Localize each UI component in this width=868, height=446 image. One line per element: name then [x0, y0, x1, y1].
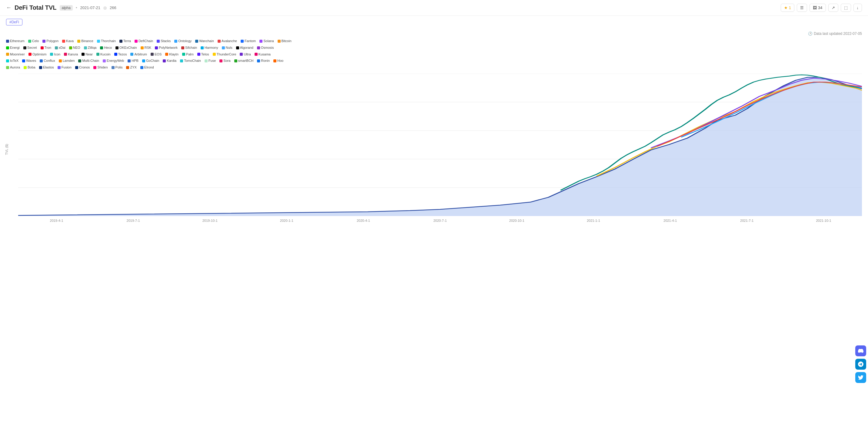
- legend-label: Kusama: [258, 52, 271, 58]
- legend-item[interactable]: Icon: [50, 52, 60, 58]
- image-icon: 🖼: [813, 5, 817, 10]
- legend-item[interactable]: Shiden: [93, 65, 107, 71]
- legend-color: [50, 53, 53, 56]
- export-button[interactable]: ↗: [828, 4, 838, 12]
- legend-item[interactable]: GoChain: [142, 58, 159, 64]
- legend-item[interactable]: Kusama: [255, 52, 271, 58]
- legend-item[interactable]: Fantom: [241, 38, 256, 44]
- legend-item[interactable]: Fuse: [205, 58, 216, 64]
- legend-label: Shiden: [97, 65, 107, 71]
- legend-item[interactable]: Stacks: [157, 38, 170, 44]
- legend-item[interactable]: Kardia: [163, 58, 176, 64]
- legend-item[interactable]: ThunderCore: [213, 52, 237, 58]
- legend-item[interactable]: Bitcoin: [278, 38, 291, 44]
- back-button[interactable]: ←: [6, 4, 11, 11]
- legend-item[interactable]: HPB: [128, 58, 138, 64]
- legend-item[interactable]: Moonriver: [6, 52, 25, 58]
- image-count: 34: [818, 5, 822, 10]
- legend-item[interactable]: OKExChain: [116, 45, 137, 51]
- legend-item[interactable]: Avalanche: [218, 38, 237, 44]
- legend-color: [39, 66, 42, 69]
- legend-item[interactable]: ZYX: [126, 65, 136, 71]
- legend-item[interactable]: Nuls: [222, 45, 232, 51]
- x-axis-label: 2019-7-1: [95, 219, 172, 222]
- legend-color: [141, 46, 144, 50]
- legend-item[interactable]: Hoo: [273, 58, 283, 64]
- legend-item[interactable]: Polygon: [42, 38, 59, 44]
- legend-color: [114, 53, 117, 56]
- legend-item[interactable]: Tron: [41, 45, 51, 51]
- download-button[interactable]: ↓: [854, 4, 862, 12]
- legend-item[interactable]: RSK: [141, 45, 152, 51]
- legend-item[interactable]: Zilliqa: [84, 45, 97, 51]
- chart-area: 0B 50B 100B 150B 200B: [18, 74, 862, 216]
- legend-item[interactable]: Palm: [182, 52, 194, 58]
- legend-item[interactable]: Sora: [219, 58, 230, 64]
- legend-item[interactable]: xDai: [55, 45, 65, 51]
- legend-item[interactable]: Boba: [24, 65, 35, 71]
- legend-item[interactable]: Optimism: [29, 52, 46, 58]
- legend-row: EthereumCeloPolygonKavaBinanceThorchainT…: [6, 38, 862, 44]
- defi-tag[interactable]: #DeFi: [6, 19, 23, 26]
- legend-item[interactable]: Ronin: [257, 58, 270, 64]
- table-button[interactable]: ☰: [797, 4, 807, 12]
- legend-color: [195, 40, 198, 43]
- legend-item[interactable]: Lamden: [59, 58, 75, 64]
- legend-item[interactable]: Energi: [6, 45, 20, 51]
- x-axis-label: 2021-1-1: [555, 219, 632, 222]
- legend-item[interactable]: Heco: [100, 45, 112, 51]
- legend-item[interactable]: Waves: [22, 58, 36, 64]
- legend-item[interactable]: PolyNetwork: [155, 45, 178, 51]
- legend-item[interactable]: Sifchain: [181, 45, 197, 51]
- legend-item[interactable]: Binance: [77, 38, 93, 44]
- image-button[interactable]: 🖼 34: [809, 4, 826, 12]
- legend-item[interactable]: smartBCH: [234, 58, 254, 64]
- legend-item[interactable]: Conflux: [40, 58, 55, 64]
- legend-item[interactable]: EOS: [151, 52, 161, 58]
- legend-item[interactable]: Klaytn: [165, 52, 179, 58]
- legend-label: EOS: [155, 52, 161, 58]
- legend-item[interactable]: Secret: [23, 45, 37, 51]
- legend-label: Thorchain: [101, 38, 116, 44]
- legend-item[interactable]: Polis: [112, 65, 123, 71]
- legend-item[interactable]: Tezos: [114, 52, 127, 58]
- clock-icon: 🕐: [808, 32, 812, 36]
- legend-label: Ultra: [244, 52, 251, 58]
- alpha-badge: alpha: [60, 5, 73, 10]
- legend-color: [6, 40, 9, 43]
- legend-item[interactable]: Near: [82, 52, 93, 58]
- legend-item[interactable]: NEO: [69, 45, 80, 51]
- legend-item[interactable]: Thorchain: [97, 38, 116, 44]
- legend-item[interactable]: Multi-Chain: [78, 58, 99, 64]
- legend-item[interactable]: Ethereum: [6, 38, 25, 44]
- legend-label: RSK: [145, 45, 152, 51]
- legend-item[interactable]: Elrond: [140, 65, 154, 71]
- legend-item[interactable]: Harmony: [200, 45, 218, 51]
- legend-item[interactable]: Ultra: [240, 52, 251, 58]
- legend-item[interactable]: EnergyWeb: [103, 58, 124, 64]
- legend-item[interactable]: Aurora: [6, 65, 20, 71]
- legend-item[interactable]: Karura: [64, 52, 78, 58]
- legend-label: Celo: [32, 38, 39, 44]
- legend-item[interactable]: Fusion: [58, 65, 71, 71]
- legend-item[interactable]: Arbitrum: [130, 52, 147, 58]
- legend-item[interactable]: Algorand: [236, 45, 253, 51]
- legend-item[interactable]: Kucoin: [96, 52, 111, 58]
- legend-item[interactable]: Solana: [259, 38, 274, 44]
- legend-item[interactable]: Kava: [62, 38, 74, 44]
- star-button[interactable]: ★ 1: [781, 4, 794, 12]
- legend-item[interactable]: Celo: [28, 38, 39, 44]
- legend-item[interactable]: Cronos: [75, 65, 90, 71]
- camera-button[interactable]: ⬚: [841, 4, 851, 12]
- legend-item[interactable]: Ontology: [174, 38, 191, 44]
- legend-color: [255, 53, 258, 56]
- legend-item[interactable]: DefiChain: [134, 38, 153, 44]
- legend-color: [257, 46, 260, 50]
- legend-item[interactable]: Telos: [197, 52, 209, 58]
- legend-item[interactable]: IoTeX: [6, 58, 19, 64]
- legend-item[interactable]: Elastos: [39, 65, 54, 71]
- legend-item[interactable]: Osmosis: [257, 45, 274, 51]
- legend-item[interactable]: Terra: [119, 38, 131, 44]
- legend-item[interactable]: Wanchain: [195, 38, 214, 44]
- legend-item[interactable]: TomoChain: [180, 58, 201, 64]
